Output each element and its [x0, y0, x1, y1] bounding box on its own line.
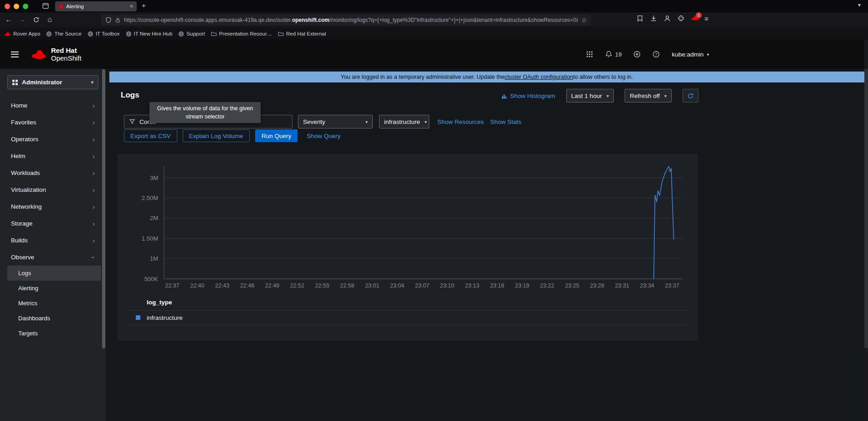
home-button[interactable]: ⌂: [45, 15, 55, 24]
sidebar-item-dashboards[interactable]: Dashboards: [7, 311, 101, 326]
sidebar-item-networking[interactable]: Networking›: [0, 198, 101, 215]
oauth-config-link[interactable]: cluster OAuth configuration: [504, 74, 573, 80]
masthead: Red Hat OpenShift 19 kube:admin ▾: [0, 40, 868, 69]
reload-button[interactable]: [31, 16, 41, 25]
bookmark-item[interactable]: Red Hat External: [278, 31, 326, 37]
severity-select[interactable]: Severity ▾: [298, 115, 373, 128]
x-tick-label: 23:37: [665, 282, 679, 289]
tracking-protection-shield-icon[interactable]: [105, 17, 112, 23]
url-bar[interactable]: https://console-openshift-console.apps.e…: [101, 15, 591, 26]
show-histogram-link[interactable]: Show Histogram: [501, 92, 555, 99]
sidebar-item-alerting[interactable]: Alerting: [7, 281, 101, 296]
pocket-save-icon[interactable]: [636, 15, 644, 22]
nav-toggle-icon[interactable]: [11, 51, 19, 57]
legend-title: log_type: [128, 299, 687, 306]
sidebar-item-workloads[interactable]: Workloads›: [0, 164, 101, 181]
user-menu[interactable]: kube:admin ▾: [672, 51, 709, 58]
window-minimize-button[interactable]: [14, 4, 19, 9]
page-title: Logs: [121, 91, 139, 100]
run-query-button[interactable]: Run Query: [255, 129, 298, 142]
log-volume-panel: 500K1M1.50M2M2.50M3M22:3722:4022:4322:46…: [118, 154, 698, 341]
sidebar-item-targets[interactable]: Targets: [7, 326, 101, 341]
x-tick-label: 22:37: [165, 282, 179, 289]
firefox-view-icon[interactable]: [42, 2, 49, 11]
refresh-interval-select[interactable]: Refresh off ▾: [625, 89, 672, 103]
downloads-icon[interactable]: [650, 15, 657, 22]
x-tick-label: 22:58: [340, 282, 354, 289]
extensions-icon[interactable]: [677, 15, 685, 22]
sidebar-item-metrics[interactable]: Metrics: [7, 296, 101, 311]
sync-button[interactable]: [683, 89, 699, 103]
y-tick-label: 2M: [150, 215, 158, 221]
brand-logo[interactable]: Red Hat OpenShift: [31, 46, 82, 62]
log-volume-chart[interactable]: 500K1M1.50M2M2.50M3M22:3722:4022:4322:46…: [118, 154, 698, 296]
browser-tab[interactable]: Alerting ×: [55, 1, 137, 11]
bookmark-item[interactable]: Support: [178, 31, 205, 37]
help-icon[interactable]: [652, 51, 660, 58]
tab-close-icon[interactable]: ×: [130, 3, 133, 10]
bookmark-item[interactable]: IT Toolbox: [87, 31, 120, 37]
show-query-link[interactable]: Show Query: [307, 133, 340, 139]
window-zoom-button[interactable]: [23, 4, 28, 9]
app-launcher-icon[interactable]: [586, 51, 593, 58]
sidebar-item-favorites[interactable]: Favorites›: [0, 114, 101, 131]
chevron-right-icon: ›: [92, 102, 95, 109]
caret-down-icon: ▾: [664, 93, 667, 98]
new-tab-button[interactable]: +: [142, 1, 146, 9]
perspective-icon: [12, 80, 18, 85]
window-close-button[interactable]: [5, 4, 10, 9]
forward-button[interactable]: →: [17, 15, 27, 23]
x-tick-label: 23:19: [515, 282, 529, 289]
explain-log-volume-button[interactable]: Explain Log Volume: [183, 129, 250, 142]
x-tick-label: 23:10: [440, 282, 454, 289]
bookmark-item[interactable]: IT New Hire Hub: [126, 31, 173, 37]
chevron-down-icon: ›: [90, 256, 98, 258]
sidebar-item-helm[interactable]: Helm›: [0, 148, 101, 164]
tenant-select[interactable]: infrastructure ▾: [379, 115, 429, 128]
sidebar-item-observe[interactable]: Observe›: [0, 249, 101, 266]
notifications-button[interactable]: 19: [605, 51, 621, 58]
bookmark-item[interactable]: Presentation Resour…: [211, 31, 272, 37]
legend-swatch: [136, 315, 140, 320]
masthead-toolbar: 19 kube:admin ▾: [586, 51, 709, 58]
show-resources-link[interactable]: Show Resources: [437, 118, 484, 125]
bookmark-item[interactable]: The Source: [46, 31, 81, 37]
redhat-extension-icon[interactable]: 1: [691, 15, 699, 22]
account-icon[interactable]: [663, 15, 671, 22]
url-text: https://console-openshift-console.apps.e…: [124, 17, 578, 23]
sidebar-item-virtualization[interactable]: Virtualization›: [0, 181, 101, 198]
sidebar-item-storage[interactable]: Storage›: [0, 215, 101, 232]
histogram-icon: [501, 92, 508, 99]
bookmark-item[interactable]: Rover Apps: [4, 31, 40, 36]
x-tick-label: 23:13: [465, 282, 479, 289]
window-scrollbar-thumb[interactable]: [864, 69, 868, 348]
browser-menu-icon[interactable]: ≡: [704, 15, 709, 22]
sidebar-scrollbar[interactable]: [102, 69, 105, 349]
x-tick-label: 22:46: [240, 282, 254, 289]
sidebar-item-logs[interactable]: Logs: [7, 266, 101, 281]
time-range-select[interactable]: Last 1 hour ▾: [566, 89, 614, 103]
caret-down-icon: ▾: [425, 119, 427, 124]
perspective-switcher[interactable]: Administrator ▾: [7, 75, 98, 89]
chevron-right-icon: ›: [92, 153, 95, 160]
sidebar-item-operators[interactable]: Operators›: [0, 131, 101, 148]
x-tick-label: 23:25: [565, 282, 579, 289]
legend-label: infrastructure: [147, 314, 183, 321]
chart-legend: log_type infrastructure: [128, 299, 687, 325]
chevron-right-icon: ›: [92, 220, 95, 227]
x-tick-label: 23:01: [365, 282, 379, 289]
list-all-tabs-icon[interactable]: ▾: [858, 2, 861, 8]
sidebar-item-home[interactable]: Home›: [0, 97, 101, 114]
quick-create-icon[interactable]: [633, 51, 641, 58]
window-scrollbar[interactable]: [864, 40, 868, 421]
bookmarks-bar: Rover Apps The Source IT Toolbox IT New …: [0, 28, 868, 40]
export-csv-button[interactable]: Export as CSV: [124, 129, 177, 142]
back-button[interactable]: ←: [4, 15, 14, 23]
show-stats-link[interactable]: Show Stats: [490, 118, 521, 125]
sidebar-item-builds[interactable]: Builds›: [0, 232, 101, 249]
legend-item[interactable]: infrastructure: [128, 311, 687, 325]
bookmark-star-icon[interactable]: ☆: [581, 16, 587, 24]
lock-icon[interactable]: [115, 17, 121, 23]
sidebar: Administrator ▾ Home› Favorites› Operato…: [0, 69, 106, 421]
tab-favicon: [59, 5, 63, 9]
